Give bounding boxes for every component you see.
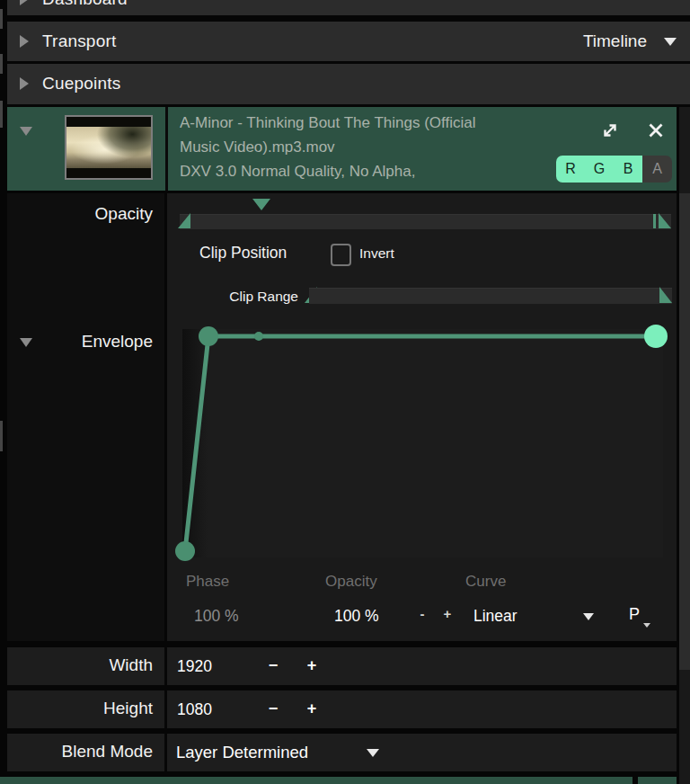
height-label: Height <box>7 699 153 718</box>
expand-icon[interactable] <box>600 120 620 140</box>
envelope-point[interactable] <box>175 541 195 561</box>
collapse-arrow-icon[interactable] <box>20 77 29 90</box>
height-decrement-button[interactable]: − <box>265 699 281 718</box>
splitter-grip[interactable] <box>0 9 3 29</box>
divider <box>164 647 167 685</box>
close-icon[interactable] <box>647 121 665 139</box>
phase-label: Phase <box>186 573 229 591</box>
width-label: Width <box>7 655 153 675</box>
envelope-label: Envelope <box>7 332 153 352</box>
height-row: Height 1080 − + <box>7 690 677 728</box>
invert-checkbox[interactable] <box>331 244 351 266</box>
next-section-header[interactable] <box>0 777 677 784</box>
envelope-point[interactable] <box>199 326 218 346</box>
channel-g-button[interactable]: G <box>585 156 614 183</box>
blend-mode-label: Blend Mode <box>7 742 153 762</box>
clip-position-label: Clip Position <box>199 244 287 263</box>
section-transport-label: Transport <box>42 31 116 51</box>
height-increment-button[interactable]: + <box>304 699 320 718</box>
envelope-curve-editor[interactable] <box>171 317 674 565</box>
envelope-opacity-value[interactable]: 100 % <box>334 607 379 626</box>
channel-toggle-group: R G B A <box>556 156 672 183</box>
divider <box>165 107 168 191</box>
divider <box>632 777 638 784</box>
section-dashboard[interactable]: Dashboard <box>7 0 690 15</box>
opacity-slider-left-handle[interactable] <box>178 213 190 228</box>
invert-label: Invert <box>359 245 394 262</box>
opacity-slider[interactable] <box>180 214 671 229</box>
clip-title-line1: A-Minor - Thinking Bout The Things (Offi… <box>180 114 593 134</box>
splitter-grip[interactable] <box>0 421 3 451</box>
rgb-channel-group: R G B <box>556 156 642 183</box>
clip-thumbnail <box>65 115 153 180</box>
scrollbar-thumb[interactable] <box>679 193 690 670</box>
blend-mode-dropdown[interactable]: Layer Determined <box>176 743 308 762</box>
chevron-down-icon[interactable] <box>583 613 594 620</box>
width-row: Width 1920 − + <box>7 647 677 685</box>
opacity-slider-right-handle[interactable] <box>659 213 671 228</box>
height-value[interactable]: 1080 <box>177 700 212 719</box>
clip-codec-info: DXV 3.0 Normal Quality, No Alpha, <box>180 163 593 183</box>
envelope-opacity-label: Opacity <box>325 573 377 591</box>
collapse-arrow-icon[interactable] <box>20 0 29 5</box>
channel-r-button[interactable]: R <box>556 156 585 183</box>
preset-button[interactable]: P <box>629 605 640 624</box>
curve-dropdown[interactable]: Linear <box>473 607 518 626</box>
clip-range-slider[interactable] <box>309 288 672 304</box>
clip-title-line2: Music Video).mp3.mov <box>180 138 593 158</box>
channel-b-button[interactable]: B <box>614 156 642 183</box>
collapse-arrow-icon[interactable] <box>20 35 29 48</box>
chevron-down-icon[interactable] <box>367 749 379 757</box>
label-column <box>7 193 164 641</box>
transport-mode-dropdown[interactable]: Timeline <box>583 31 690 51</box>
width-decrement-button[interactable]: − <box>265 656 281 675</box>
opacity-slider-end-line <box>653 214 656 228</box>
splitter-grip[interactable] <box>0 54 3 74</box>
clip-header: A-Minor - Thinking Bout The Things (Offi… <box>7 107 677 191</box>
collapse-arrow-icon[interactable] <box>20 127 32 136</box>
section-transport[interactable]: Transport Timeline <box>7 22 690 61</box>
phase-value[interactable]: 100 % <box>194 607 239 626</box>
divider <box>164 734 167 771</box>
chevron-down-icon <box>664 38 677 46</box>
opacity-label: Opacity <box>7 204 153 224</box>
width-value[interactable]: 1920 <box>177 657 212 676</box>
blend-mode-row: Blend Mode Layer Determined <box>7 734 677 771</box>
clip-thumbnail-frame <box>66 127 151 168</box>
section-dashboard-label: Dashboard <box>42 0 128 9</box>
width-increment-button[interactable]: + <box>304 656 320 675</box>
splitter-grip[interactable] <box>0 101 3 128</box>
divider <box>164 690 167 728</box>
envelope-point[interactable] <box>644 325 668 348</box>
envelope-point[interactable] <box>254 332 263 341</box>
preset-caret-icon <box>643 623 650 628</box>
curve-label: Curve <box>465 573 506 591</box>
section-cuepoints[interactable]: Cuepoints <box>7 64 690 104</box>
clip-properties-panel: Dashboard Transport Timeline Cuepoints A… <box>0 0 690 784</box>
transport-mode-value: Timeline <box>583 31 647 51</box>
clip-range-right-handle[interactable] <box>659 287 672 303</box>
opacity-decrement-button[interactable]: - <box>414 606 430 621</box>
opacity-playhead-marker[interactable] <box>252 199 270 210</box>
clip-range-label: Clip Range <box>199 289 298 305</box>
opacity-increment-button[interactable]: + <box>439 606 456 621</box>
section-cuepoints-label: Cuepoints <box>42 74 120 94</box>
channel-a-button[interactable]: A <box>642 156 672 183</box>
